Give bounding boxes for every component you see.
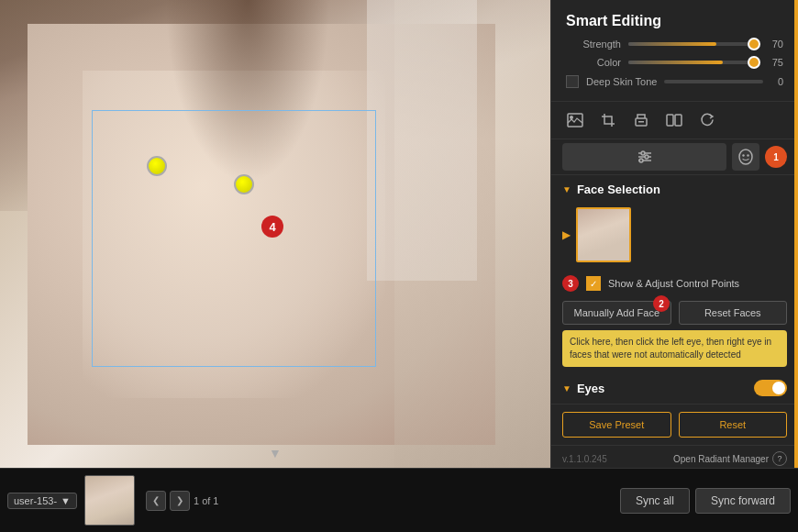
bottom-buttons: Sync all Sync forward: [620, 488, 791, 514]
deep-skin-value: 0: [770, 76, 783, 87]
orange-accent-bar: [794, 0, 798, 468]
refresh-icon[interactable]: [694, 107, 720, 133]
svg-rect-5: [675, 115, 682, 126]
filmstrip-thumb-inner: [85, 476, 134, 525]
color-track[interactable]: [628, 61, 754, 64]
filmstrip-thumbnail[interactable]: [84, 475, 135, 526]
dropdown-arrow: ▼: [61, 495, 71, 506]
deep-skin-checkbox[interactable]: [566, 75, 579, 88]
color-slider-row: Color 75: [566, 57, 783, 68]
strength-thumb[interactable]: [748, 38, 760, 50]
version-text: v.1.1.0.245: [562, 454, 607, 464]
sync-forward-button[interactable]: Sync forward: [695, 488, 791, 514]
image-selector[interactable]: user-153- ▼: [7, 493, 77, 509]
canvas-area: 4 ▼: [0, 0, 550, 468]
compare-icon[interactable]: [661, 107, 687, 133]
color-label: Color: [566, 57, 621, 68]
svg-point-13: [742, 154, 744, 156]
svg-rect-3: [638, 121, 644, 123]
image-icon[interactable]: [562, 107, 588, 133]
bottom-action-row: Save Preset Reset: [551, 404, 798, 445]
scroll-down-arrow[interactable]: ▼: [269, 446, 282, 460]
svg-point-10: [645, 155, 648, 159]
face-selection-header[interactable]: ▼ Face Selection: [551, 175, 798, 204]
control-point-badge: 4: [261, 216, 283, 238]
toolbar-row-1: [551, 101, 798, 139]
right-eye-marker[interactable]: [234, 174, 254, 194]
face-thumb-inner: [578, 209, 629, 260]
eyes-section-expand-icon: ▼: [562, 383, 571, 393]
filmstrip-nav: ❮ ❯ 1 of 1: [146, 491, 219, 511]
face-expand-arrow[interactable]: ▶: [562, 228, 571, 241]
page-indicator: 1 of 1: [194, 495, 219, 506]
eyes-toggle[interactable]: [754, 380, 787, 396]
toolbar-row-2: 1: [551, 139, 798, 175]
svg-rect-4: [667, 115, 673, 126]
face-section-expand-icon: ▼: [562, 184, 571, 194]
svg-point-12: [739, 150, 752, 164]
prev-button[interactable]: ❮: [146, 491, 166, 511]
strength-value: 70: [761, 39, 783, 50]
control-points-label: Show & Adjust Control Points: [608, 278, 739, 289]
right-panel: Smart Editing Strength 70 Color: [550, 0, 798, 468]
reset-button[interactable]: Reset: [679, 412, 788, 438]
crop-icon[interactable]: [595, 107, 621, 133]
question-icon: ?: [772, 451, 787, 466]
left-eye-marker[interactable]: [147, 156, 167, 176]
face-thumb-row: ▶: [551, 204, 798, 270]
control-badge-3: 3: [562, 275, 579, 292]
strength-slider-row: Strength 70: [566, 39, 783, 50]
deep-skin-track[interactable]: [664, 80, 763, 83]
color-value: 75: [761, 57, 783, 68]
strength-label: Strength: [566, 39, 621, 50]
strength-fill: [628, 42, 716, 46]
prev-icon: ❮: [152, 495, 160, 505]
tooltip-box: Click here, then click the left eye, the…: [562, 330, 787, 367]
strength-track[interactable]: [628, 42, 754, 46]
action-buttons-row: Manually Add Face 2 Reset Faces: [551, 297, 798, 330]
sliders-section: Strength 70 Color 75: [551, 39, 798, 101]
reset-faces-button[interactable]: Reset Faces: [679, 301, 788, 325]
color-fill: [628, 61, 723, 64]
svg-point-11: [639, 159, 643, 162]
control-points-checkbox[interactable]: ✓: [586, 276, 601, 291]
face-count-badge[interactable]: 1: [765, 146, 787, 168]
adjustments-tab[interactable]: [562, 143, 726, 171]
sync-all-button[interactable]: Sync all: [620, 488, 690, 514]
save-preset-button[interactable]: Save Preset: [562, 412, 671, 438]
next-button[interactable]: ❯: [170, 491, 190, 511]
filmstrip: user-153- ▼ ❮ ❯ 1 of 1 Sync all Sync for…: [0, 468, 798, 532]
open-manager-button[interactable]: Open Radiant Manager ?: [673, 451, 787, 466]
badge-2: 2: [653, 295, 670, 312]
face-tab[interactable]: [732, 143, 759, 171]
panel-title: Smart Editing: [551, 0, 798, 39]
svg-point-14: [747, 154, 748, 156]
version-row: v.1.1.0.245 Open Radiant Manager ?: [551, 445, 798, 468]
control-points-row: 3 ✓ Show & Adjust Control Points: [551, 270, 798, 297]
eyes-section-header[interactable]: ▼ Eyes: [551, 372, 798, 404]
eyes-section-title: Eyes: [577, 382, 604, 395]
face-selection-title: Face Selection: [577, 183, 660, 196]
color-thumb[interactable]: [748, 56, 760, 69]
deep-skin-label: Deep Skin Tone: [586, 76, 657, 87]
svg-point-9: [641, 151, 645, 155]
next-icon: ❯: [176, 495, 183, 505]
deep-skin-row: Deep Skin Tone 0: [566, 75, 783, 88]
print-icon[interactable]: [628, 107, 654, 133]
face-thumbnail[interactable]: [576, 207, 631, 262]
eyes-toggle-knob: [772, 382, 785, 394]
